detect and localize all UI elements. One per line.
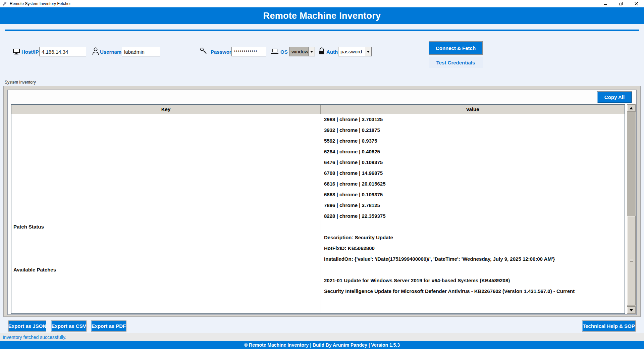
vertical-scrollbar[interactable]: [627, 104, 636, 314]
row-value: Description: Security Update: [321, 232, 625, 243]
row-value: [321, 264, 625, 275]
host-label: Host/IP: [21, 47, 39, 56]
export-json-button[interactable]: Export as JSON: [8, 320, 46, 332]
auth-label: Auth: [326, 47, 338, 56]
row-key: [11, 146, 321, 157]
auth-dropdown-arrow-icon[interactable]: [365, 47, 371, 56]
row-key: [11, 243, 321, 254]
table-row[interactable]: Available Patches: [11, 264, 625, 275]
table-row[interactable]: 7896 | chrome | 3.78125: [11, 200, 625, 211]
row-value: 7896 | chrome | 3.78125: [321, 200, 625, 211]
table-row[interactable]: HotFixID: KB5062800: [11, 243, 625, 254]
table-row[interactable]: 8228 | chrome | 22.359375: [11, 211, 625, 221]
os-selected-value: windows: [289, 47, 308, 56]
key-icon: [199, 47, 208, 55]
row-value: HotFixID: KB5062800: [321, 243, 625, 254]
row-value: Security Intelligence Update for Microso…: [321, 286, 625, 297]
export-csv-button[interactable]: Export as CSV: [51, 320, 87, 332]
inventory-table-header: Key Value: [11, 105, 625, 114]
auth-selected-value: password: [338, 47, 365, 56]
row-key: [11, 125, 321, 136]
row-key: [11, 179, 321, 189]
table-row[interactable]: 6868 | chrome | 0.109375: [11, 189, 625, 200]
footer-text: © Remote Machine Inventory | Build By Ar…: [244, 342, 400, 348]
scroll-up-arrow-icon[interactable]: [627, 104, 636, 112]
table-row[interactable]: 3932 | chrome | 0.21875: [11, 125, 625, 136]
row-key: [11, 275, 321, 286]
person-icon: [91, 47, 100, 55]
table-row[interactable]: 6708 | chrome | 14.96875: [11, 168, 625, 179]
table-row[interactable]: 6816 | chrome | 20.015625: [11, 179, 625, 189]
row-value: 8228 | chrome | 22.359375: [321, 211, 625, 221]
row-key: Available Patches: [11, 264, 321, 275]
column-separator: [321, 114, 321, 313]
table-row[interactable]: 6476 | chrome | 0.109375: [11, 157, 625, 168]
system-inventory-group-label: System Inventory: [5, 80, 36, 85]
row-key: [11, 168, 321, 179]
table-row[interactable]: InstalledOn: {'value': '/Date(1751999400…: [11, 254, 625, 264]
os-dropdown-arrow-icon[interactable]: [308, 47, 315, 56]
row-value: 6868 | chrome | 0.109375: [321, 189, 625, 200]
footer-bar: © Remote Machine Inventory | Build By Ar…: [0, 341, 644, 349]
row-key: [11, 254, 321, 264]
lock-icon: [317, 47, 326, 55]
row-value: 6284 | chrome | 0.40625: [321, 146, 625, 157]
scroll-down-arrow-icon[interactable]: [627, 306, 636, 314]
row-value: InstalledOn: {'value': '/Date(1751999400…: [321, 254, 625, 264]
table-row[interactable]: Description: Security Update: [11, 232, 625, 243]
table-row[interactable]: Patch Status: [11, 221, 625, 232]
os-select[interactable]: windows: [289, 47, 315, 56]
table-row[interactable]: 6284 | chrome | 0.40625: [11, 146, 625, 157]
connect-fetch-button[interactable]: Connect & Fetch: [429, 41, 483, 55]
close-button[interactable]: [629, 0, 644, 7]
row-key: [11, 189, 321, 200]
page-title: Remote Machine Inventory: [263, 11, 381, 21]
laptop-icon: [270, 47, 279, 56]
form-accent-line: [5, 30, 639, 31]
technical-help-button[interactable]: Technical Help & SOP: [582, 320, 636, 332]
row-value: 3932 | chrome | 0.21875: [321, 125, 625, 136]
row-value: 6816 | chrome | 20.015625: [321, 179, 625, 189]
row-key: [11, 157, 321, 168]
os-label: OS: [280, 47, 288, 56]
test-credentials-button[interactable]: Test Credentials: [429, 57, 483, 68]
minimize-button[interactable]: [598, 0, 613, 7]
window-title: Remote System Inventory Fetcher: [10, 1, 71, 6]
row-key: [11, 232, 321, 243]
monitor-icon: [12, 47, 21, 56]
row-key: Patch Status: [11, 221, 321, 232]
status-message: Inventory fetched successfully.: [3, 335, 66, 340]
password-label: Password: [211, 47, 234, 56]
status-bar: Inventory fetched successfully.: [0, 333, 644, 341]
row-value: 6708 | chrome | 14.96875: [321, 168, 625, 179]
app-header: Remote Machine Inventory: [0, 7, 644, 24]
row-value: [321, 221, 625, 232]
table-row[interactable]: 2988 | chrome | 3.703125: [11, 114, 625, 125]
username-input[interactable]: [122, 47, 160, 56]
row-key: [11, 211, 321, 221]
restore-button[interactable]: [613, 0, 629, 7]
row-value: 2021-01 Update for Windows Server 2019 f…: [321, 275, 625, 286]
auth-select[interactable]: password: [338, 47, 372, 56]
column-header-key[interactable]: Key: [11, 105, 321, 114]
row-key: [11, 200, 321, 211]
password-input[interactable]: [231, 47, 266, 56]
copy-all-button[interactable]: Copy All: [597, 91, 632, 103]
titlebar: Remote System Inventory Fetcher: [0, 0, 644, 7]
table-row[interactable]: 5592 | chrome | 0.9375: [11, 136, 625, 146]
table-row[interactable]: 2021-01 Update for Windows Server 2019 f…: [11, 275, 625, 286]
export-pdf-button[interactable]: Export as PDF: [91, 320, 126, 332]
row-value: 6476 | chrome | 0.109375: [321, 157, 625, 168]
row-value: 5592 | chrome | 0.9375: [321, 136, 625, 146]
row-key: [11, 114, 321, 125]
scrollbar-thumb[interactable]: [627, 216, 636, 305]
table-row[interactable]: Security Intelligence Update for Microso…: [11, 286, 625, 297]
row-key: [11, 136, 321, 146]
column-header-value[interactable]: Value: [321, 105, 625, 114]
row-key: [11, 286, 321, 297]
app-feather-icon: [2, 1, 7, 6]
row-value: 2988 | chrome | 3.703125: [321, 114, 625, 125]
host-input[interactable]: [39, 47, 86, 56]
username-label: Username: [100, 47, 124, 56]
inventory-table: Key Value 2988 | chrome | 3.703125 3932 …: [11, 104, 625, 314]
